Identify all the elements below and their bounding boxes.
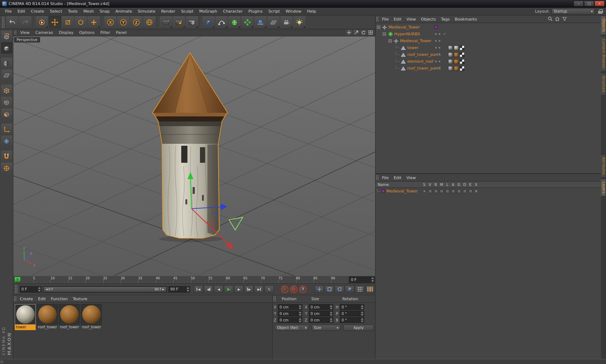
panel-grip[interactable] xyxy=(2,17,4,28)
lock-y-axis-button[interactable]: Y xyxy=(117,16,129,28)
current-frame-marker[interactable]: 0 xyxy=(14,277,21,282)
menu-item[interactable]: Create xyxy=(28,9,47,14)
keyframe-selection-toggle[interactable] xyxy=(355,285,364,293)
layer-column-header[interactable]: M xyxy=(439,183,444,187)
layer-column-header[interactable]: V xyxy=(427,183,433,187)
material-preview[interactable] xyxy=(59,304,80,325)
panel-grip[interactable] xyxy=(14,30,16,35)
texture-axis-mode-button[interactable] xyxy=(1,136,12,147)
snap-settings-button[interactable] xyxy=(1,163,12,174)
menu-item[interactable]: Edit xyxy=(14,9,28,14)
visibility-dot[interactable] xyxy=(435,46,437,49)
move-tool-button[interactable] xyxy=(49,16,61,28)
rotate-tool-button[interactable] xyxy=(75,16,87,28)
object-tree-row[interactable]: tower xyxy=(377,44,601,51)
home-icon[interactable] xyxy=(555,16,560,22)
viewport-menu-item[interactable]: View xyxy=(17,30,32,35)
redo-button[interactable] xyxy=(19,16,31,28)
anim-start-field[interactable]: 0 F xyxy=(20,286,41,293)
autokey-button[interactable] xyxy=(290,285,298,293)
layout-dropdown[interactable]: Startup ▼ xyxy=(552,8,595,14)
viewport-menu-item[interactable]: Options xyxy=(76,30,97,35)
layer-column-header[interactable]: D xyxy=(462,183,467,187)
object-tree-row[interactable]: roof_tower_part1 xyxy=(377,51,601,58)
material-item[interactable]: roof_tower xyxy=(59,304,80,358)
frame-spinner[interactable] xyxy=(370,277,374,283)
material-preview[interactable] xyxy=(15,304,36,325)
material-preview[interactable] xyxy=(37,304,58,325)
render-visibility-dot[interactable] xyxy=(438,40,441,42)
environment-button[interactable] xyxy=(254,16,267,28)
key-parameter-toggle[interactable]: P xyxy=(345,285,354,293)
render-visibility-dot[interactable] xyxy=(438,53,441,56)
anim-end-field[interactable]: 90 F xyxy=(168,286,190,293)
play-button[interactable]: ▶ xyxy=(224,285,233,293)
material-menu-item[interactable]: Texture xyxy=(70,297,90,301)
light-button[interactable] xyxy=(293,16,306,28)
coordinate-spinner[interactable] xyxy=(329,311,333,316)
coordinate-spinner[interactable] xyxy=(360,318,364,323)
texture-tag[interactable] xyxy=(454,45,459,50)
solo-toggle-icon[interactable] xyxy=(423,190,426,192)
key-rotation-toggle[interactable] xyxy=(335,285,344,293)
layer-column-header[interactable]: S xyxy=(421,183,427,187)
current-frame-field[interactable]: 0 F xyxy=(349,276,375,283)
menu-item[interactable]: Render xyxy=(158,9,178,14)
layer-row[interactable]: Medieval_Tower × xyxy=(376,188,601,195)
layer-color-chip[interactable] xyxy=(435,26,438,29)
goto-start-button[interactable]: ◀ xyxy=(194,285,203,293)
coordinate-field[interactable]: 0 ° xyxy=(340,304,364,310)
menu-item[interactable]: MoGraph xyxy=(196,9,220,14)
menu-item[interactable]: Animate xyxy=(113,9,135,14)
make-editable-button[interactable] xyxy=(1,31,12,42)
key-scale-toggle[interactable] xyxy=(325,285,334,293)
render-visibility-dot[interactable] xyxy=(438,60,441,63)
tab-attributes[interactable]: Attributes xyxy=(601,154,606,178)
menu-item[interactable]: Simulate xyxy=(135,9,158,14)
menu-item[interactable]: Help xyxy=(304,9,319,14)
texture-tag[interactable] xyxy=(454,59,459,64)
render-view-button[interactable] xyxy=(160,16,172,28)
rotate-view-icon[interactable] xyxy=(360,30,366,35)
layer-name[interactable]: Medieval_Tower xyxy=(386,189,418,194)
phong-tag[interactable] xyxy=(448,45,453,50)
axis-mode-button[interactable] xyxy=(1,124,12,135)
last-tool-button[interactable] xyxy=(88,16,100,28)
coordinate-field[interactable]: 0 cm xyxy=(278,317,302,323)
range-right-arrow-icon[interactable]: ▶ xyxy=(162,288,165,291)
object-name[interactable]: Medieval_Tower xyxy=(388,25,420,30)
coordinate-field[interactable]: 0 cm xyxy=(309,304,333,310)
render-visibility-dot[interactable] xyxy=(438,33,441,35)
keyframe-options-button[interactable]: ? xyxy=(299,285,307,293)
object-name[interactable]: tower xyxy=(407,45,418,50)
expressions-toggle-icon[interactable] xyxy=(469,189,473,193)
visibility-dot[interactable] xyxy=(435,60,437,63)
points-mode-button[interactable] xyxy=(1,85,12,96)
panel-grip[interactable] xyxy=(273,296,276,301)
floor-plane-button[interactable] xyxy=(267,16,280,28)
expand-toggle[interactable]: − xyxy=(388,39,392,43)
apply-button[interactable]: Apply xyxy=(343,325,374,331)
zoom-view-icon[interactable] xyxy=(353,30,359,35)
coordinate-spinner[interactable] xyxy=(298,318,302,323)
undo-button[interactable] xyxy=(6,16,18,28)
object-tree-row[interactable]: roof_tower_part2 xyxy=(377,65,601,72)
coordinate-spinner[interactable] xyxy=(329,305,333,310)
visible-toggle-icon[interactable] xyxy=(428,189,432,193)
coordinate-field[interactable]: 0 ° xyxy=(340,317,364,323)
coordinate-field[interactable]: 0 ° xyxy=(340,311,364,316)
layer-column-header[interactable]: G xyxy=(456,183,462,187)
material-item[interactable]: roof_tower xyxy=(37,304,58,358)
lock-toggle-icon[interactable] xyxy=(445,189,449,193)
record-keyframe-button[interactable] xyxy=(281,285,289,293)
object-tree-row[interactable]: − HyperNURBS ✓ xyxy=(377,31,601,37)
timeline-ruler[interactable]: 051015202530354045505560657075808590 0 xyxy=(13,276,348,283)
goto-end-button[interactable]: ▶ xyxy=(254,285,264,293)
texture-tag[interactable] xyxy=(454,52,459,57)
subdivision-surface-button[interactable] xyxy=(228,16,241,28)
object-manager-menu-item[interactable]: Edit xyxy=(391,17,404,22)
layer-column-header[interactable]: E xyxy=(467,183,473,187)
model-mode-button[interactable] xyxy=(1,43,12,54)
modifier-button[interactable] xyxy=(241,16,254,28)
next-key-button[interactable]: ▶ xyxy=(244,285,254,293)
